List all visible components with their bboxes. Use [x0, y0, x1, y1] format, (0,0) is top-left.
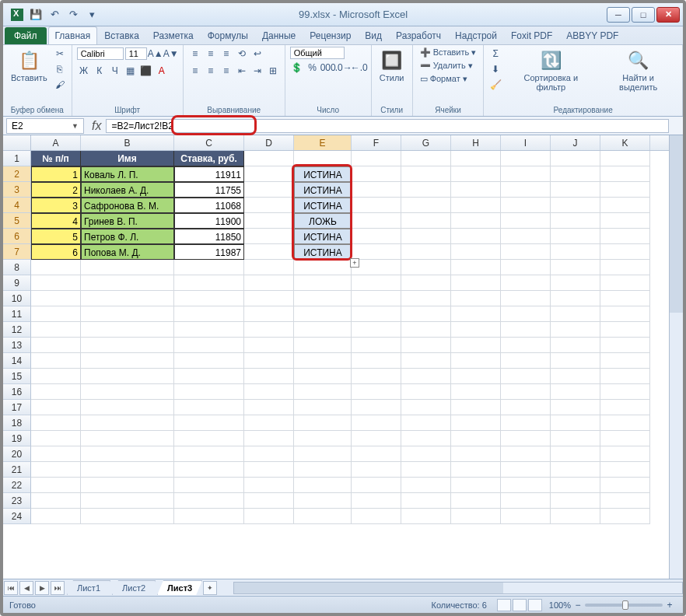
cell-E6[interactable]: ИСТИНА — [294, 229, 352, 244]
qat-dropdown[interactable]: ▾ — [84, 7, 100, 23]
undo-button[interactable]: ↶ — [47, 7, 62, 23]
cell-C17[interactable] — [174, 400, 244, 415]
border-button[interactable]: ▦ — [124, 64, 138, 78]
cell-J2[interactable] — [551, 166, 600, 182]
cell-D16[interactable] — [244, 384, 294, 400]
formula-input[interactable]: =B2=Лист2!B2 — [106, 119, 669, 133]
cell-H4[interactable] — [451, 198, 501, 213]
cell-D19[interactable] — [244, 431, 294, 446]
cell-J4[interactable] — [551, 198, 600, 213]
font-name-select[interactable]: Calibri — [77, 47, 124, 60]
cell-B21[interactable] — [81, 462, 174, 478]
cell-F11[interactable] — [352, 306, 401, 322]
cell-J23[interactable] — [551, 493, 600, 509]
cell-I16[interactable] — [501, 384, 551, 400]
align-right-button[interactable]: ≡ — [219, 64, 233, 78]
cell-I2[interactable] — [501, 166, 551, 182]
save-button[interactable]: 💾 — [28, 7, 44, 23]
merge-button[interactable]: ⊞ — [266, 64, 280, 78]
cell-I8[interactable] — [501, 260, 551, 275]
tab-addins[interactable]: Надстрой — [448, 26, 504, 44]
cell-E4[interactable]: ИСТИНА — [294, 198, 352, 213]
cell-A13[interactable] — [31, 338, 81, 353]
cell-K24[interactable] — [600, 509, 650, 524]
fill-handle[interactable]: + — [350, 258, 359, 268]
cell-B24[interactable] — [81, 509, 174, 524]
cell-K20[interactable] — [600, 446, 650, 462]
align-middle-button[interactable]: ≡ — [204, 47, 218, 61]
row-header-22[interactable]: 22 — [3, 478, 31, 493]
cell-E9[interactable] — [294, 275, 352, 291]
delete-cells-button[interactable]: ➖Удалить ▾ — [418, 60, 479, 72]
cell-D24[interactable] — [244, 509, 294, 524]
cell-I13[interactable] — [501, 338, 551, 353]
cell-E21[interactable] — [294, 462, 352, 478]
cell-I1[interactable] — [501, 151, 551, 166]
row-header-11[interactable]: 11 — [3, 306, 31, 322]
cell-G21[interactable] — [401, 462, 451, 478]
cell-G22[interactable] — [401, 478, 451, 493]
cell-H24[interactable] — [451, 509, 501, 524]
cell-J22[interactable] — [551, 478, 600, 493]
cell-I21[interactable] — [501, 462, 551, 478]
row-header-21[interactable]: 21 — [3, 462, 31, 478]
cell-I9[interactable] — [501, 275, 551, 291]
cell-K6[interactable] — [600, 229, 650, 244]
new-sheet-button[interactable]: ✦ — [203, 581, 217, 595]
cell-B9[interactable] — [81, 275, 174, 291]
cell-K23[interactable] — [600, 493, 650, 509]
row-header-12[interactable]: 12 — [3, 322, 31, 338]
row-header-3[interactable]: 3 — [3, 182, 31, 198]
cell-K9[interactable] — [600, 275, 650, 291]
cell-B22[interactable] — [81, 478, 174, 493]
bold-button[interactable]: Ж — [77, 64, 91, 78]
cell-I10[interactable] — [501, 291, 551, 306]
cell-J19[interactable] — [551, 431, 600, 446]
cell-F2[interactable] — [352, 166, 401, 182]
cell-B8[interactable] — [81, 260, 174, 275]
cell-B20[interactable] — [81, 446, 174, 462]
cell-H5[interactable] — [451, 213, 501, 229]
cell-K10[interactable] — [600, 291, 650, 306]
row-header-16[interactable]: 16 — [3, 384, 31, 400]
tab-formulas[interactable]: Формулы — [201, 26, 255, 44]
cell-A16[interactable] — [31, 384, 81, 400]
cell-E12[interactable] — [294, 322, 352, 338]
cell-D18[interactable] — [244, 415, 294, 431]
cell-E22[interactable] — [294, 478, 352, 493]
shrink-font-button[interactable]: A▼ — [164, 47, 178, 61]
cell-A8[interactable] — [31, 260, 81, 275]
cell-B13[interactable] — [81, 338, 174, 353]
indent-inc-button[interactable]: ⇥ — [250, 64, 264, 78]
row-header-24[interactable]: 24 — [3, 509, 31, 524]
cell-F1[interactable] — [352, 151, 401, 166]
cell-D11[interactable] — [244, 306, 294, 322]
cell-A7[interactable]: 6 — [31, 244, 81, 260]
cell-C21[interactable] — [174, 462, 244, 478]
cell-K14[interactable] — [600, 353, 650, 369]
sheet-tab-1[interactable]: Лист1 — [67, 580, 110, 595]
inc-decimal-button[interactable]: .0→ — [337, 61, 351, 75]
tab-review[interactable]: Рецензир — [303, 26, 358, 44]
cell-D9[interactable] — [244, 275, 294, 291]
sheet-tab-3[interactable]: Лист3 — [157, 580, 202, 595]
cell-J3[interactable] — [551, 182, 600, 198]
cell-D20[interactable] — [244, 446, 294, 462]
cell-F13[interactable] — [352, 338, 401, 353]
row-header-9[interactable]: 9 — [3, 275, 31, 291]
align-center-button[interactable]: ≡ — [204, 64, 218, 78]
cell-E24[interactable] — [294, 509, 352, 524]
cell-I14[interactable] — [501, 353, 551, 369]
cell-B2[interactable]: Коваль Л. П. — [81, 166, 174, 182]
col-header-H[interactable]: H — [451, 135, 501, 150]
cell-H17[interactable] — [451, 400, 501, 415]
cell-I18[interactable] — [501, 415, 551, 431]
insert-cells-button[interactable]: ➕Вставить ▾ — [418, 47, 479, 58]
cell-I17[interactable] — [501, 400, 551, 415]
view-normal-button[interactable] — [497, 599, 511, 611]
cell-B18[interactable] — [81, 415, 174, 431]
worksheet-grid[interactable]: ABCDEFGHIJK1№ п/пИмяСтавка, руб.21Коваль… — [3, 135, 683, 524]
cell-K15[interactable] — [600, 369, 650, 384]
cell-H23[interactable] — [451, 493, 501, 509]
redo-button[interactable]: ↷ — [65, 7, 81, 23]
